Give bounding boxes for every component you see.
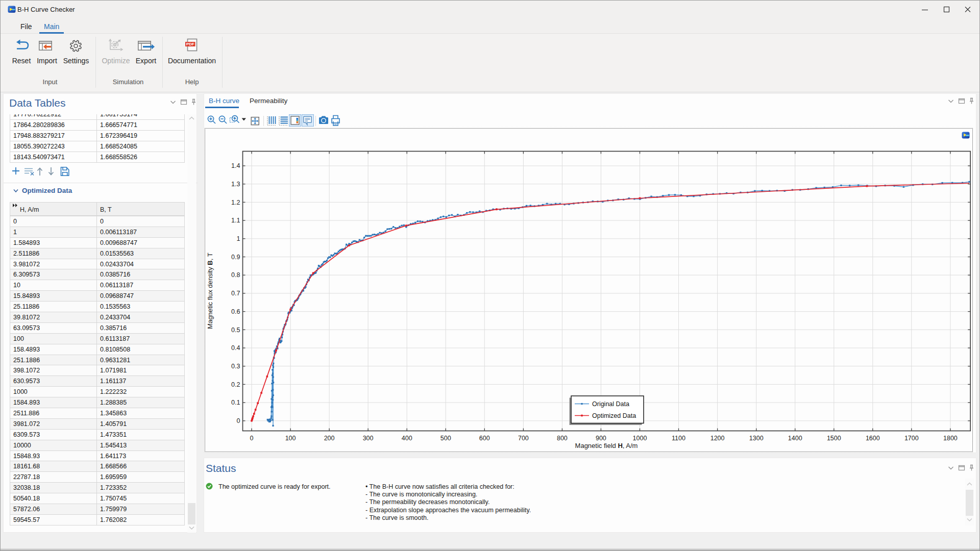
- svg-text:Magnetic flux density B, T: Magnetic flux density B, T: [206, 253, 214, 329]
- svg-text:0.9: 0.9: [231, 254, 240, 261]
- svg-text:600: 600: [479, 435, 490, 442]
- svg-text:0.1: 0.1: [231, 399, 240, 406]
- svg-text:700: 700: [518, 435, 529, 442]
- svg-text:1400: 1400: [788, 435, 802, 442]
- svg-text:0.5: 0.5: [231, 327, 240, 334]
- svg-text:1.3: 1.3: [231, 181, 240, 188]
- svg-text:PDF: PDF: [186, 42, 194, 46]
- svg-text:1800: 1800: [943, 435, 958, 442]
- svg-text:Magnetic field H, A/m: Magnetic field H, A/m: [575, 442, 638, 449]
- svg-text:1600: 1600: [866, 435, 880, 442]
- svg-text:500: 500: [440, 435, 451, 442]
- svg-text:0.8: 0.8: [231, 271, 240, 279]
- svg-text:900: 900: [596, 435, 606, 442]
- svg-text:0.4: 0.4: [231, 344, 240, 352]
- svg-text:100: 100: [285, 435, 296, 442]
- svg-text:0: 0: [237, 417, 240, 424]
- svg-text:Optimized Data: Optimized Data: [592, 412, 636, 419]
- svg-text:1200: 1200: [710, 435, 725, 442]
- svg-text:1.4: 1.4: [231, 162, 240, 169]
- svg-text:400: 400: [402, 435, 412, 442]
- svg-text:200: 200: [324, 435, 335, 442]
- svg-text:0.7: 0.7: [231, 290, 240, 297]
- svg-text:Original Data: Original Data: [592, 400, 629, 408]
- svg-text:0.6: 0.6: [231, 308, 240, 315]
- svg-text:1000: 1000: [633, 435, 647, 442]
- svg-text:1.1: 1.1: [231, 217, 240, 224]
- svg-text:0.2: 0.2: [231, 381, 240, 388]
- svg-text:1: 1: [237, 235, 240, 242]
- svg-text:800: 800: [557, 435, 568, 442]
- svg-text:1700: 1700: [904, 435, 919, 442]
- svg-text:1500: 1500: [827, 435, 841, 442]
- svg-text:300: 300: [363, 435, 374, 442]
- svg-text:1.2: 1.2: [231, 199, 240, 206]
- svg-text:1100: 1100: [672, 435, 685, 442]
- svg-text:0.3: 0.3: [231, 363, 240, 370]
- svg-text:0: 0: [250, 435, 254, 442]
- svg-text:1300: 1300: [749, 435, 764, 442]
